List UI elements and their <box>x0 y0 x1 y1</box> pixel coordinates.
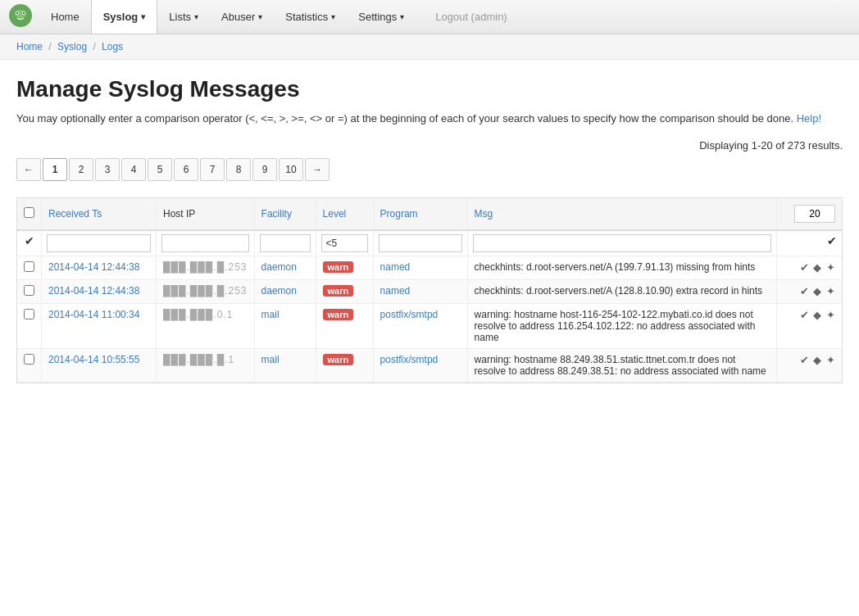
row3-facility-link[interactable]: mail <box>261 309 280 320</box>
page-prev[interactable]: ← <box>16 158 41 181</box>
th-msg[interactable]: Msg <box>467 198 776 230</box>
row1-ts-link[interactable]: 2014-04-14 12:44:38 <box>48 261 139 273</box>
th-facility[interactable]: Facility <box>254 198 316 230</box>
filter-ip-cell <box>157 230 255 256</box>
syslog-caret: ▾ <box>141 12 145 21</box>
row4-delete-icon[interactable]: ✦ <box>826 354 835 366</box>
apply-filter-icon[interactable]: ✔ <box>25 234 34 247</box>
lists-caret: ▾ <box>194 12 198 21</box>
result-count: Displaying 1-20 of 273 results. <box>699 139 843 152</box>
row3-delete-icon[interactable]: ✦ <box>826 309 835 321</box>
row3-checkbox[interactable] <box>24 309 34 319</box>
filter-facility-cell <box>254 230 316 256</box>
row4-actions: ✔ ◆ ✦ <box>776 348 842 382</box>
nav-statistics[interactable]: Statistics ▾ <box>274 0 347 34</box>
row1-facility: daemon <box>254 256 316 279</box>
row1-level-badge: warn <box>323 261 354 273</box>
row4-edit-icon[interactable]: ✔ <box>800 354 809 366</box>
row1-checkbox[interactable] <box>24 261 34 272</box>
page-5[interactable]: 5 <box>148 158 172 181</box>
page-3[interactable]: 3 <box>95 158 120 181</box>
row2-ip: ███.███.█.253 <box>157 279 255 303</box>
table-header-row: Received Ts Host IP Facility Level Progr… <box>17 198 842 230</box>
row4-checkbox[interactable] <box>24 354 34 365</box>
row4-facility: mail <box>254 348 316 382</box>
row2-ip-value: ███.███.█.253 <box>163 285 248 297</box>
svg-point-5 <box>23 12 25 14</box>
per-page-input[interactable] <box>794 205 835 223</box>
row3-edit-icon[interactable]: ✔ <box>800 309 809 321</box>
filter-level-input[interactable] <box>321 234 368 252</box>
th-host-ip[interactable]: Host IP <box>157 198 255 230</box>
row1-msg: checkhints: d.root-servers.net/A (199.7.… <box>467 256 776 279</box>
row3-level: warn <box>316 303 373 348</box>
page-10[interactable]: 10 <box>279 158 303 181</box>
svg-point-4 <box>16 12 18 14</box>
row4-ts-link[interactable]: 2014-04-14 10:55:55 <box>48 354 139 365</box>
row2-ts-link[interactable]: 2014-04-14 12:44:38 <box>48 285 139 297</box>
nav-logout[interactable]: Logout (admin) <box>424 0 518 34</box>
row2-program: named <box>373 279 467 303</box>
filter-ts-input[interactable] <box>47 234 151 252</box>
row2-edit-icon[interactable]: ✔ <box>800 285 809 297</box>
row2-checkbox[interactable] <box>24 285 34 296</box>
main-content: Manage Syslog Messages You may optionall… <box>0 60 859 400</box>
row2-delete-icon[interactable]: ✦ <box>826 285 835 297</box>
select-all-checkbox[interactable] <box>24 207 34 218</box>
row4-view-icon[interactable]: ◆ <box>813 354 821 366</box>
row3-ts-link[interactable]: 2014-04-14 11:00:34 <box>48 309 139 320</box>
row4-checkbox-cell <box>17 348 42 382</box>
row2-view-icon[interactable]: ◆ <box>813 285 821 297</box>
th-actions <box>776 198 842 230</box>
nav-settings[interactable]: Settings ▾ <box>347 0 416 34</box>
page-6[interactable]: 6 <box>174 158 198 181</box>
abuser-caret: ▾ <box>258 12 262 21</box>
filter-ip-input[interactable] <box>161 234 249 252</box>
row1-ip: ███.███.█.253 <box>157 256 255 279</box>
page-2[interactable]: 2 <box>69 158 93 181</box>
nav-abuser[interactable]: Abuser ▾ <box>210 0 274 34</box>
breadcrumb-syslog[interactable]: Syslog <box>57 41 87 52</box>
row2-ts: 2014-04-14 12:44:38 <box>42 279 157 303</box>
row1-ip-value: ███.███.█.253 <box>163 261 248 273</box>
row2-facility-link[interactable]: daemon <box>261 285 297 297</box>
th-program[interactable]: Program <box>373 198 467 230</box>
filter-msg-input[interactable] <box>473 234 771 252</box>
table-row: 2014-04-14 10:55:55 ███.███.█.1 mail war… <box>17 348 842 382</box>
row4-program-link[interactable]: postfix/smtpd <box>380 354 439 365</box>
row1-checkbox-cell <box>17 256 42 279</box>
nav-home[interactable]: Home <box>39 0 91 34</box>
filter-program-input[interactable] <box>379 234 462 252</box>
row1-view-icon[interactable]: ◆ <box>813 261 821 274</box>
logo <box>8 3 39 30</box>
nav-syslog[interactable]: Syslog ▾ <box>91 0 158 34</box>
row4-facility-link[interactable]: mail <box>261 354 280 365</box>
row3-view-icon[interactable]: ◆ <box>813 309 821 321</box>
breadcrumb-home[interactable]: Home <box>16 41 43 52</box>
filter-apply-button[interactable]: ✔ <box>827 234 837 247</box>
page-9[interactable]: 9 <box>252 158 277 181</box>
row3-level-badge: warn <box>323 309 354 320</box>
filter-ts-cell <box>42 230 157 256</box>
page-7[interactable]: 7 <box>200 158 225 181</box>
nav-lists[interactable]: Lists ▾ <box>157 0 210 34</box>
page-1[interactable]: 1 <box>43 158 67 181</box>
th-received-ts[interactable]: Received Ts <box>42 198 157 230</box>
page-description: You may optionally enter a comparison op… <box>16 111 843 127</box>
page-8[interactable]: 8 <box>226 158 251 181</box>
breadcrumb-logs[interactable]: Logs <box>102 41 123 52</box>
row1-program-link[interactable]: named <box>380 261 411 273</box>
row1-edit-icon[interactable]: ✔ <box>800 261 809 274</box>
row3-ip: ███.███.0.1 <box>157 303 255 348</box>
filter-facility-input[interactable] <box>260 234 311 252</box>
row1-delete-icon[interactable]: ✦ <box>826 261 835 274</box>
row2-program-link[interactable]: named <box>380 285 411 297</box>
help-link[interactable]: Help! <box>797 112 821 125</box>
row1-level: warn <box>316 256 373 279</box>
th-level[interactable]: Level <box>316 198 373 230</box>
row1-facility-link[interactable]: daemon <box>261 261 297 273</box>
page-4[interactable]: 4 <box>121 158 146 181</box>
page-next[interactable]: → <box>305 158 330 181</box>
row3-program-link[interactable]: postfix/smtpd <box>380 309 439 320</box>
row4-ts: 2014-04-14 10:55:55 <box>42 348 157 382</box>
